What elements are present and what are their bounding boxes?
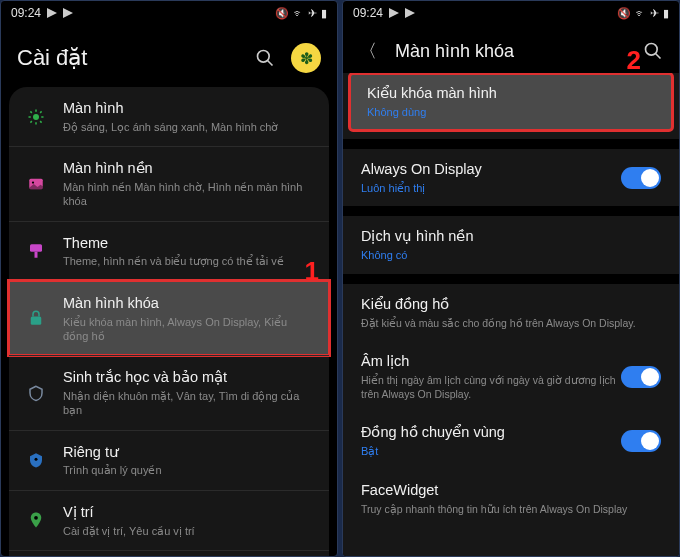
row-title: Màn hình nền [63,159,315,178]
wallpaper-icon [23,171,49,197]
status-icons-right: 🔇 ᯤ ✈ ▮ [617,7,669,20]
option-subtitle: Truy cập nhanh thông tin hữu ích trên Al… [361,502,661,516]
row-title: Màn hình [63,99,315,118]
row-text: Vị tríCài đặt vị trí, Yêu cầu vị trí [63,503,315,538]
settings-row-privacy[interactable]: Riêng tưTrình quản lý quyền [9,430,329,490]
biometrics-icon [23,380,49,406]
lockscreen-option[interactable]: FaceWidgetTruy cập nhanh thông tin hữu í… [343,470,679,527]
row-title: Vị trí [63,503,315,522]
status-time: 09:24 [353,6,383,20]
svg-point-4 [33,114,39,120]
row-text: Màn hìnhĐộ sáng, Lọc ánh sáng xanh, Màn … [63,99,315,134]
svg-line-3 [268,61,273,66]
settings-row-brightness[interactable]: Màn hìnhĐộ sáng, Lọc ánh sáng xanh, Màn … [9,87,329,146]
annotation-badge-2: 2 [627,45,641,76]
svg-marker-22 [405,8,415,18]
option-text: Âm lịchHiển thị ngày âm lịch cùng với ng… [361,352,621,401]
row-text: ThemeTheme, hình nền và biểu tượng có th… [63,234,315,269]
toggle-switch[interactable] [621,167,661,189]
section-divider [343,206,679,216]
option-subtitle: Bật [361,444,621,459]
search-icon[interactable] [255,48,275,68]
settings-row-accounts[interactable]: Tài khoản và sao lưuSamsung Cloud, Smart… [9,550,329,556]
svg-point-18 [35,458,38,461]
svg-point-14 [32,181,34,183]
lockscreen-option[interactable]: Kiểu đồng hồĐặt kiểu và màu sắc cho đồng… [343,284,679,341]
header: Cài đặt [1,25,337,87]
settings-row-biometrics[interactable]: Sinh trắc học và bảo mậtNhận diện khuôn … [9,355,329,429]
svg-marker-21 [389,8,399,18]
option-subtitle: Hiển thị ngày âm lịch cùng với ngày và g… [361,373,621,401]
search-icon[interactable] [643,41,663,61]
location-icon [23,507,49,533]
volume-mute-icon: 🔇 [275,7,289,20]
back-icon[interactable]: 〈 [359,39,377,63]
privacy-icon [23,447,49,473]
page-title: Màn hình khóa [395,41,643,62]
row-title: Theme [63,234,315,253]
profile-avatar[interactable] [291,43,321,73]
status-bar: 09:24 🔇 ᯤ ✈ ▮ [1,1,337,25]
wifi-icon: ᯤ [293,7,304,19]
theme-icon [23,238,49,264]
battery-icon: ▮ [663,7,669,20]
option-title: Dịch vụ hình nền [361,227,661,246]
annotation-badge-1: 1 [305,256,319,287]
svg-rect-17 [31,317,42,325]
lockscreen-option[interactable]: Dịch vụ hình nềnKhông có [343,216,679,274]
option-title: FaceWidget [361,481,661,500]
status-time: 09:24 [11,6,41,20]
lockscreen-option[interactable]: Always On DisplayLuôn hiển thị [343,149,679,207]
section-divider [343,139,679,149]
row-subtitle: Cài đặt vị trí, Yêu cầu vị trí [63,524,315,538]
option-title: Kiểu đồng hồ [361,295,661,314]
settings-main-screen: 09:24 🔇 ᯤ ✈ ▮ Cài đặt Màn hìnhĐộ sáng, L… [0,0,338,557]
svg-marker-1 [63,8,73,18]
svg-point-2 [258,51,270,63]
option-text: FaceWidgetTruy cập nhanh thông tin hữu í… [361,481,661,516]
airplane-icon: ✈ [308,7,317,20]
lockscreen-option[interactable]: Đồng hồ chuyển vùngBật [343,412,679,470]
page-title: Cài đặt [17,45,255,71]
airplane-icon: ✈ [650,7,659,20]
row-title: Sinh trắc học và bảo mật [63,368,315,387]
svg-rect-15 [30,244,42,252]
settings-row-lock[interactable]: Màn hình khóaKiểu khóa màn hình, Always … [9,281,329,355]
lock-icon [23,305,49,331]
svg-line-10 [40,121,42,123]
svg-line-24 [656,54,661,59]
settings-list: Màn hìnhĐộ sáng, Lọc ánh sáng xanh, Màn … [1,87,337,556]
settings-row-theme[interactable]: ThemeTheme, hình nền và biểu tượng có th… [9,221,329,281]
wifi-icon: ᯤ [635,7,646,19]
svg-line-11 [30,121,32,123]
row-subtitle: Theme, hình nền và biểu tượng có thể tải… [63,254,315,268]
row-text: Màn hình khóaKiểu khóa màn hình, Always … [63,294,315,343]
settings-row-wallpaper[interactable]: Màn hình nềnMàn hình nền Màn hình chờ, H… [9,146,329,220]
svg-rect-16 [35,252,38,258]
volume-mute-icon: 🔇 [617,7,631,20]
svg-marker-0 [47,8,57,18]
section-divider [343,274,679,284]
brightness-icon [23,104,49,130]
option-text: Dịch vụ hình nềnKhông có [361,227,661,263]
row-text: Sinh trắc học và bảo mậtNhận diện khuôn … [63,368,315,417]
row-title: Màn hình khóa [63,294,315,313]
settings-row-location[interactable]: Vị tríCài đặt vị trí, Yêu cầu vị trí [9,490,329,550]
play-icon [63,8,73,18]
svg-line-12 [40,111,42,113]
status-bar: 09:24 🔇 ᯤ ✈ ▮ [343,1,679,25]
lockscreen-option[interactable]: Kiểu khóa màn hìnhKhông dùng [349,73,673,131]
row-subtitle: Kiểu khóa màn hình, Always On Display, K… [63,315,315,344]
option-title: Kiểu khóa màn hình [367,84,655,103]
play-icon [405,8,415,18]
option-text: Đồng hồ chuyển vùngBật [361,423,621,459]
battery-icon: ▮ [321,7,327,20]
toggle-switch[interactable] [621,430,661,452]
option-subtitle: Không có [361,248,661,263]
option-title: Đồng hồ chuyển vùng [361,423,621,442]
toggle-switch[interactable] [621,366,661,388]
svg-line-9 [30,111,32,113]
option-subtitle: Đặt kiểu và màu sắc cho đồng hồ trên Alw… [361,316,661,330]
row-text: Riêng tưTrình quản lý quyền [63,443,315,478]
lockscreen-option[interactable]: Âm lịchHiển thị ngày âm lịch cùng với ng… [343,341,679,412]
